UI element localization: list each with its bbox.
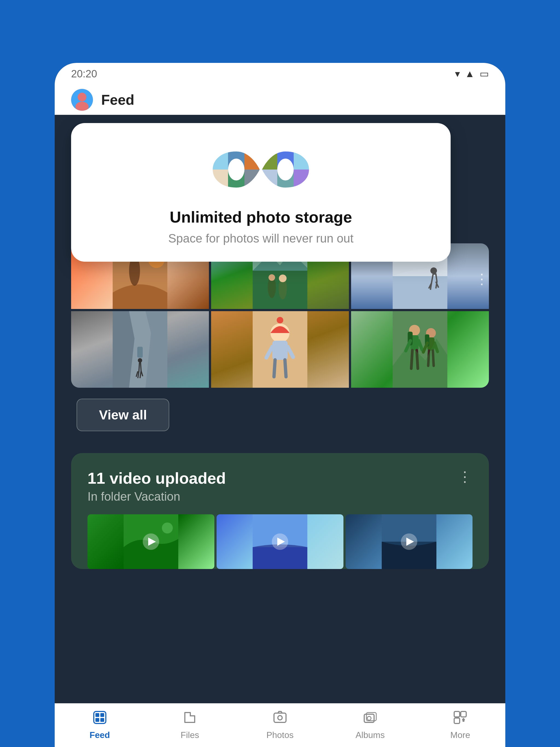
svg-rect-58: [96, 718, 99, 722]
promo-card: Unlimited photo storage Space for photos…: [71, 123, 451, 262]
app-header-title: Feed: [101, 92, 134, 108]
phone-frame: 20:20 ▾ ▲ ▭ Feed: [55, 63, 505, 747]
photos-grid: [71, 243, 489, 388]
svg-rect-56: [96, 713, 99, 717]
nav-item-files[interactable]: Files: [145, 711, 235, 740]
signal-icon: ▲: [465, 68, 475, 80]
battery-icon: ▭: [480, 68, 489, 80]
svg-rect-65: [454, 712, 460, 717]
nav-item-albums[interactable]: Albums: [325, 711, 415, 740]
app-header: Feed: [55, 85, 505, 115]
more-label: More: [450, 730, 470, 740]
albums-label: Albums: [355, 730, 385, 740]
svg-rect-60: [274, 713, 286, 722]
svg-point-15: [228, 159, 245, 180]
video-thumb-2[interactable]: [217, 514, 343, 569]
view-all-button[interactable]: View all: [71, 388, 489, 431]
svg-point-28: [430, 267, 437, 274]
photos-label: Photos: [266, 730, 294, 740]
promo-title: Unlimited photo storage: [87, 208, 434, 226]
video-thumbnails: [87, 514, 473, 569]
svg-point-61: [278, 716, 282, 720]
video-thumb-1[interactable]: [87, 514, 214, 569]
video-menu-button[interactable]: ⋮: [458, 469, 473, 484]
photos-menu-button[interactable]: ⋮: [475, 271, 489, 287]
video-card-subtitle: In folder Vacation: [87, 490, 226, 504]
svg-point-1: [78, 93, 86, 101]
status-icons: ▾ ▲ ▭: [455, 68, 489, 80]
status-time: 20:20: [71, 68, 97, 80]
feed-icon: [93, 711, 107, 728]
svg-rect-57: [100, 713, 104, 717]
infinity-symbol: [87, 142, 434, 197]
nav-item-photos[interactable]: Photos: [235, 711, 325, 740]
svg-point-24: [269, 274, 275, 281]
svg-point-35: [277, 317, 283, 324]
svg-rect-31: [137, 347, 143, 358]
avatar: [71, 89, 93, 111]
status-bar: 20:20 ▾ ▲ ▭: [55, 63, 505, 85]
video-thumb-3[interactable]: [346, 514, 473, 569]
nav-item-feed[interactable]: Feed: [55, 711, 145, 740]
promo-subtitle: Space for photos will never run out: [87, 232, 434, 245]
svg-point-30: [138, 358, 142, 363]
scroll-area[interactable]: Unlimited photo storage Space for photos…: [55, 115, 505, 747]
feed-label: Feed: [90, 730, 110, 740]
photos-icon: [273, 711, 287, 728]
video-card-title: 11 video uploaded: [87, 469, 226, 487]
photos-section: View all: [55, 243, 505, 442]
files-label: Files: [181, 730, 199, 740]
svg-point-44: [162, 522, 173, 534]
video-card: 11 video uploaded In folder Vacation ⋮: [71, 453, 489, 569]
nav-item-more[interactable]: More: [415, 711, 505, 740]
svg-point-64: [367, 716, 371, 720]
video-card-text: 11 video uploaded In folder Vacation: [87, 469, 226, 504]
files-icon: [183, 711, 197, 728]
photo-5[interactable]: [211, 311, 349, 388]
video-card-header: 11 video uploaded In folder Vacation ⋮: [87, 469, 473, 504]
svg-point-26: [279, 275, 286, 282]
photo-4[interactable]: [71, 311, 209, 388]
svg-rect-34: [272, 341, 288, 360]
svg-rect-67: [454, 718, 460, 723]
svg-point-16: [277, 159, 294, 180]
svg-rect-59: [100, 718, 104, 722]
photo-6[interactable]: [351, 311, 489, 388]
wifi-icon: ▾: [455, 68, 460, 80]
svg-rect-66: [461, 712, 466, 717]
albums-icon: [363, 711, 377, 728]
bottom-nav: Feed Files Photos: [55, 703, 505, 747]
view-all-btn[interactable]: View all: [77, 398, 169, 431]
more-icon: [453, 711, 467, 728]
